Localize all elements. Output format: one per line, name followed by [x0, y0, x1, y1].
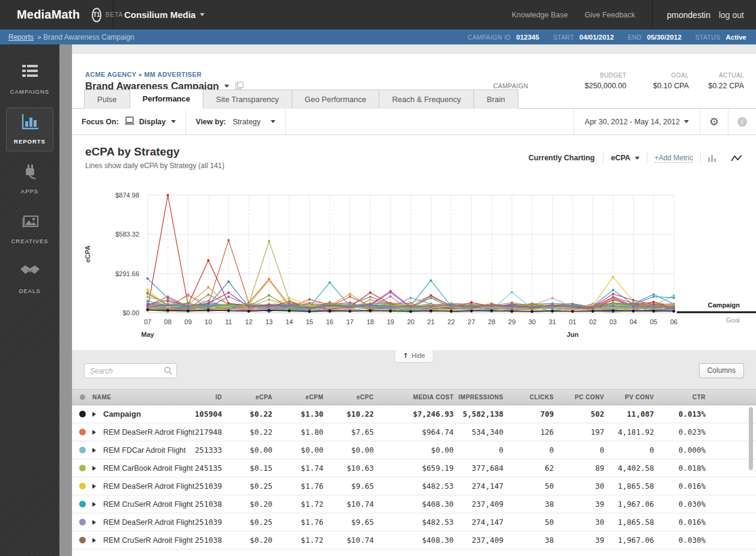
performance-panel: ACME AGENCY » MM ADVERTISER Brand Awaren… — [72, 54, 756, 350]
table-row[interactable]: REM CruSerR Adroit Flight251038$0.20$1.7… — [72, 531, 756, 549]
logout-link[interactable]: log out — [719, 10, 744, 20]
search-box — [84, 363, 177, 378]
reports-breadcrumb-link[interactable]: Reports — [8, 33, 34, 41]
column-header-media-cost[interactable]: MEDIA COST — [374, 394, 454, 400]
handshake-icon — [7, 263, 53, 282]
row-value: 89 — [554, 464, 604, 473]
sidebar-item-campaigns[interactable]: CAMPAIGNS — [6, 58, 53, 101]
svg-text:07: 07 — [144, 318, 151, 325]
svg-text:06: 06 — [670, 318, 677, 325]
expand-caret-icon[interactable] — [92, 448, 96, 453]
expand-caret-icon[interactable] — [92, 466, 96, 471]
sidebar-item-apps[interactable]: APPS — [6, 157, 53, 201]
row-value: $482.53 — [374, 518, 454, 527]
row-value: $1.80 — [272, 428, 323, 437]
hide-label: Hide — [412, 352, 425, 359]
sidebar-item-creatives[interactable]: CREATIVES — [6, 207, 53, 251]
row-value: 274,147 — [454, 518, 503, 527]
column-header-ecpa[interactable]: eCPA — [222, 394, 272, 400]
column-header-clicks[interactable]: CLICKS — [503, 394, 554, 400]
give-feedback-link[interactable]: Give Feedback — [584, 0, 635, 29]
svg-text:02: 02 — [589, 318, 596, 325]
row-value: 237,409 — [454, 536, 503, 545]
column-header-pv-conv[interactable]: PV CONV — [604, 394, 654, 400]
actual-label: ACTUAL — [689, 72, 744, 79]
column-header-ctr[interactable]: CTR — [654, 394, 706, 400]
expand-caret-icon[interactable] — [92, 538, 96, 543]
expand-caret-icon[interactable] — [92, 430, 96, 435]
row-value: 0.030% — [654, 536, 706, 545]
tab-performance[interactable]: Performance — [130, 89, 203, 109]
start-label: START — [553, 34, 574, 41]
svg-text:21: 21 — [427, 318, 434, 325]
svg-text:29: 29 — [508, 318, 515, 325]
bar-chart-toggle[interactable] — [701, 154, 724, 162]
svg-text:15: 15 — [306, 318, 313, 325]
tab-geo-performance[interactable]: Geo Performance — [292, 89, 380, 109]
columns-button[interactable]: Columns — [699, 363, 744, 378]
table-body: Campaign105904$0.22$1.30$10.22$7,246.935… — [72, 405, 756, 549]
chart-subtitle: Lines show daily eCPA by Strategy (all 1… — [85, 162, 224, 170]
table-row[interactable]: REM DeaSerR Adroit Flight251039$0.25$1.7… — [72, 513, 756, 531]
row-value: $1.72 — [272, 500, 323, 509]
column-header-name[interactable]: NAME — [92, 394, 172, 400]
date-range-selector[interactable]: Apr 30, 2012 - May 14, 2012 — [574, 109, 700, 134]
table-row[interactable]: REM CarBook Adroit Flight245135$0.15$1.7… — [72, 459, 756, 477]
agency-breadcrumb[interactable]: ACME AGENCY » MM ADVERTISER — [85, 71, 202, 78]
svg-text:16: 16 — [326, 318, 333, 325]
expand-caret-icon[interactable] — [92, 412, 96, 417]
info-button[interactable]: i — [728, 109, 756, 134]
row-value: 0.000% — [654, 446, 706, 455]
table-row[interactable]: REM DeaSerR Adroit Flight217948$0.22$1.8… — [72, 423, 756, 441]
expand-caret-icon[interactable] — [92, 484, 96, 489]
up-arrow-icon — [403, 352, 412, 359]
expand-caret-icon[interactable] — [92, 520, 96, 525]
metric-dropdown[interactable]: eCPA — [604, 154, 646, 162]
campaign-line-label: Campaign — [708, 301, 740, 309]
line-chart-toggle[interactable] — [724, 154, 749, 162]
table-row[interactable]: Campaign105904$0.22$1.30$10.22$7,246.935… — [72, 405, 756, 423]
row-value: $482.53 — [374, 482, 454, 491]
column-header-impressions[interactable]: IMPRESSIONS — [454, 394, 503, 400]
goal-label: GOAL — [626, 72, 689, 79]
row-value: 0 — [454, 446, 503, 455]
row-value: $0.00 — [222, 446, 272, 455]
knowledge-base-link[interactable]: Knowledge Base — [512, 0, 568, 29]
settings-button[interactable] — [700, 109, 728, 134]
campaign-status-bar: Reports » Brand Awareness Campaign CAMPA… — [0, 29, 756, 44]
tab-brain[interactable]: Brain — [474, 89, 518, 109]
row-value: 0.016% — [654, 518, 706, 527]
tab-pulse[interactable]: Pulse — [84, 89, 130, 109]
row-value: 274,147 — [454, 482, 503, 491]
row-value: 38 — [503, 500, 554, 509]
tab-reach-frequency[interactable]: Reach & Frequency — [379, 89, 474, 109]
table-row[interactable]: REM CruSerR Adroit Flight251038$0.20$1.7… — [72, 495, 756, 513]
focus-on-dropdown[interactable]: Focus On: Display — [72, 109, 185, 134]
table-row[interactable]: REM DeaSerR Adroit Flight251039$0.25$1.7… — [72, 477, 756, 495]
row-value: $1.30 — [272, 409, 323, 419]
sidebar-item-label: CAMPAIGNS — [7, 88, 53, 95]
plug-icon — [7, 163, 53, 183]
start-date: 04/01/2012 — [580, 34, 614, 41]
column-header-ecpc[interactable]: eCPC — [323, 394, 374, 400]
row-value: 245135 — [172, 464, 222, 473]
expand-caret-icon[interactable] — [92, 502, 96, 507]
column-header-ecpm[interactable]: eCPM — [272, 394, 323, 400]
hide-chart-button[interactable]: Hide — [395, 350, 434, 363]
table-scrollbar-thumb[interactable] — [749, 407, 753, 470]
table-row[interactable]: REM FDCar Adroit Flight251333$0.00$0.00$… — [72, 441, 756, 459]
view-by-dropdown[interactable]: View by: Strategy — [186, 109, 285, 134]
campaign-switcher-caret-icon[interactable] — [224, 85, 229, 88]
row-value: 377,684 — [454, 464, 503, 473]
column-header-pc-conv[interactable]: PC CONV — [554, 394, 604, 400]
search-input[interactable] — [84, 363, 177, 378]
date-range-value: Apr 30, 2012 - May 14, 2012 — [585, 118, 680, 126]
sidebar-item-deals[interactable]: DEALS — [6, 257, 53, 301]
ecpa-line-chart[interactable]: $874.98$583.32$291.66$0.00eCPA0708091011… — [72, 174, 756, 350]
add-metric-link[interactable]: +Add Metric — [655, 154, 693, 163]
column-header-id[interactable]: ID — [172, 394, 222, 400]
account-switcher[interactable]: Consilium Media — [113, 0, 205, 29]
focus-on-label: Focus On: — [82, 118, 119, 126]
sidebar-item-reports[interactable]: REPORTS — [6, 107, 53, 151]
tab-site-transparency[interactable]: Site Transparency — [203, 89, 292, 109]
